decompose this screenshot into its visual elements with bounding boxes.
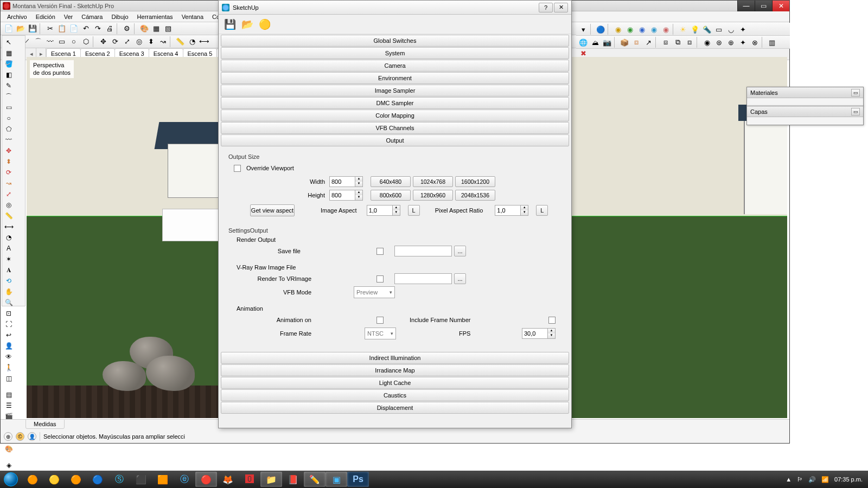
materials-collapse-button[interactable]: ▭ bbox=[851, 89, 860, 97]
task-chrome[interactable]: 🔴 bbox=[195, 472, 217, 487]
arc-tool-icon[interactable]: ⌒ bbox=[4, 92, 14, 101]
preset-800x600[interactable]: 800x600 bbox=[371, 190, 411, 201]
outliner-icon[interactable]: ☰ bbox=[4, 401, 14, 410]
light-spot-icon[interactable]: 🔦 bbox=[701, 24, 712, 35]
pan-icon[interactable]: ✋ bbox=[4, 287, 14, 297]
spin-up[interactable]: ▲ bbox=[548, 329, 555, 333]
rollup-environment[interactable]: Environment bbox=[221, 72, 569, 84]
orbit-icon[interactable]: ⟲ bbox=[4, 276, 14, 286]
spin-up[interactable]: ▲ bbox=[521, 206, 528, 210]
circle-icon[interactable]: ○ bbox=[68, 36, 79, 47]
boxes-icon[interactable]: ⧈ bbox=[631, 37, 642, 48]
menu-archivo[interactable]: Archivo bbox=[3, 12, 31, 21]
task-explorer[interactable]: 📁 bbox=[260, 472, 282, 487]
render-icon[interactable]: 🟡 bbox=[258, 17, 272, 31]
style-3-icon[interactable]: ⊕ bbox=[725, 37, 736, 48]
height-spinner[interactable]: ▲▼ bbox=[329, 190, 363, 201]
styles-icon[interactable]: 🎨 bbox=[4, 444, 14, 454]
tray-show-hidden-icon[interactable]: ▲ bbox=[786, 476, 792, 483]
layers-panel[interactable]: Capas ▭ bbox=[746, 106, 864, 125]
dialog-titlebar[interactable]: SketchUp ? ✕ bbox=[219, 1, 571, 15]
task-skype[interactable]: Ⓢ bbox=[108, 472, 130, 487]
spin-down[interactable]: ▼ bbox=[548, 333, 555, 338]
zoom-extents-icon[interactable]: ⛶ bbox=[4, 319, 14, 329]
followme-tool-icon[interactable]: ↝ bbox=[4, 178, 14, 188]
rollup-image-sampler[interactable]: Image Sampler bbox=[221, 85, 569, 97]
rectangle-icon[interactable]: ▭ bbox=[56, 36, 67, 47]
paint-icon[interactable]: 🎨 bbox=[139, 23, 150, 34]
light-rect-icon[interactable]: ▭ bbox=[713, 24, 724, 35]
task-app-1[interactable]: 🟠 bbox=[22, 472, 43, 487]
move-tool-icon[interactable]: ✥ bbox=[4, 146, 14, 156]
cut-icon[interactable]: ✂ bbox=[44, 23, 55, 34]
task-app-2[interactable]: 🟡 bbox=[43, 472, 65, 487]
polygon-icon[interactable]: ⬡ bbox=[80, 36, 91, 47]
position-camera-icon[interactable]: 👤 bbox=[4, 341, 14, 351]
width-spinner[interactable]: ▲▼ bbox=[329, 176, 363, 187]
select-tool-icon[interactable]: ↖ bbox=[4, 37, 14, 47]
medidas-tab[interactable]: Medidas bbox=[25, 419, 65, 429]
rollup-indirect-illumination[interactable]: Indirect Illumination bbox=[221, 352, 569, 364]
menu-edicion[interactable]: Edición bbox=[31, 12, 60, 21]
redo-icon[interactable]: ↷ bbox=[92, 23, 103, 34]
close-button[interactable]: ✕ bbox=[772, 1, 789, 11]
open-icon[interactable]: 📂 bbox=[15, 23, 26, 34]
dropdown-icon[interactable]: ▾ bbox=[578, 24, 589, 35]
offset-tool-icon[interactable]: ◎ bbox=[4, 200, 14, 210]
style-4-icon[interactable]: ✦ bbox=[737, 37, 748, 48]
previous-icon[interactable]: ↩ bbox=[4, 330, 14, 340]
solid-union-icon[interactable]: ⧇ bbox=[660, 37, 671, 48]
tape-tool-icon[interactable]: 📏 bbox=[4, 211, 14, 221]
override-viewport-checkbox[interactable] bbox=[234, 165, 241, 172]
style-2-icon[interactable]: ⊛ bbox=[713, 37, 724, 48]
print-icon[interactable]: 🖨 bbox=[104, 23, 115, 34]
section-icon[interactable]: ◫ bbox=[4, 374, 14, 383]
vray-opt-icon[interactable]: ◉ bbox=[624, 24, 635, 35]
task-firefox[interactable]: 🦊 bbox=[217, 472, 239, 487]
wireframe-icon[interactable]: ▦ bbox=[151, 23, 162, 34]
rollup-caustics[interactable]: Caustics bbox=[221, 389, 569, 401]
solid-subtract-icon[interactable]: ⧈ bbox=[684, 37, 695, 48]
materials-titlebar[interactable]: Materiales ▭ bbox=[747, 87, 863, 98]
3dtext-icon[interactable]: 𝐀 bbox=[4, 265, 14, 275]
rollup-vfb-channels[interactable]: VFB Channels bbox=[221, 122, 569, 134]
signin-icon[interactable]: 👤 bbox=[28, 432, 36, 441]
start-button[interactable] bbox=[0, 471, 22, 488]
followme-icon[interactable]: ↝ bbox=[157, 36, 168, 47]
preset-1280x960[interactable]: 1280x960 bbox=[413, 190, 453, 201]
vrimage-path-input[interactable] bbox=[394, 273, 452, 284]
pushpull-icon[interactable]: ⬍ bbox=[145, 36, 156, 47]
tape-icon[interactable]: 📏 bbox=[175, 36, 186, 47]
task-app-3[interactable]: 🟠 bbox=[65, 472, 87, 487]
save-file-checkbox[interactable] bbox=[376, 248, 384, 255]
spin-down[interactable]: ▼ bbox=[393, 210, 400, 215]
tray-flag-icon[interactable]: 🏳 bbox=[797, 476, 803, 483]
preset-2048x1536[interactable]: 2048x1536 bbox=[455, 190, 495, 201]
arc-icon[interactable]: ⌒ bbox=[33, 36, 43, 47]
tray-clock[interactable]: 07:35 p.m. bbox=[834, 476, 863, 483]
dialog-help-button[interactable]: ? bbox=[539, 3, 553, 12]
rollup-irradiance-map[interactable]: Irradiance Map bbox=[221, 364, 569, 376]
preset-640x480[interactable]: 640x480 bbox=[371, 176, 411, 187]
tray-volume-icon[interactable]: 🔊 bbox=[808, 476, 816, 483]
preset-1024x768[interactable]: 1024x768 bbox=[413, 176, 453, 187]
pixel-aspect-spinner[interactable]: ▲▼ bbox=[495, 205, 528, 216]
height-input[interactable] bbox=[329, 190, 355, 201]
rollup-output[interactable]: Output bbox=[221, 134, 569, 146]
layers-titlebar[interactable]: Capas ▭ bbox=[747, 106, 863, 117]
spin-down[interactable]: ▼ bbox=[355, 195, 362, 200]
task-app-5[interactable]: ⬛ bbox=[130, 472, 152, 487]
frame-rate-combo[interactable]: NTSC bbox=[365, 328, 396, 339]
axes-tool-icon[interactable]: ✶ bbox=[4, 254, 14, 264]
minimize-button[interactable]: — bbox=[737, 1, 755, 11]
save-file-path-input[interactable] bbox=[394, 246, 452, 256]
freehand-tool-icon[interactable]: 〰 bbox=[4, 135, 14, 145]
include-frame-checkbox[interactable] bbox=[548, 317, 556, 324]
rollup-displacement[interactable]: Displacement bbox=[221, 402, 569, 414]
model-info-icon[interactable]: ⚙ bbox=[122, 23, 132, 34]
walk-icon[interactable]: 🚶 bbox=[4, 363, 14, 373]
vrimage-browse-button[interactable]: ... bbox=[454, 273, 466, 284]
width-input[interactable] bbox=[329, 176, 355, 187]
rollup-color-mapping[interactable]: Color Mapping bbox=[221, 110, 569, 121]
protractor-tool-icon[interactable]: ◔ bbox=[4, 233, 14, 242]
